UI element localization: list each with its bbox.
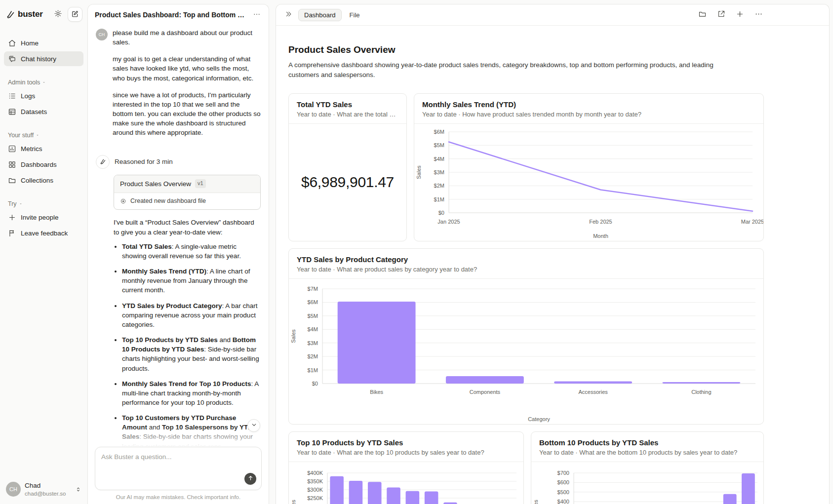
card-title: YTD Sales by Product Category bbox=[297, 255, 755, 264]
svg-text:Components: Components bbox=[470, 389, 501, 395]
svg-text:$500: $500 bbox=[557, 489, 569, 495]
sidebar-spacer bbox=[0, 240, 87, 476]
user-email: chad@buster.so bbox=[25, 490, 66, 497]
sidebar-item-label: Chat history bbox=[21, 55, 56, 63]
share-button[interactable] bbox=[717, 10, 725, 20]
ellipsis-icon bbox=[253, 10, 261, 20]
metric-card-total-ytd-sales[interactable]: Total YTD Sales Year to date · What are … bbox=[288, 93, 407, 241]
svg-text:Sales: Sales bbox=[290, 329, 296, 343]
svg-text:$700: $700 bbox=[557, 470, 569, 476]
chart-card-monthly-trend[interactable]: Monthly Sales Trend (YTD) Year to date ·… bbox=[414, 93, 764, 241]
settings-button[interactable] bbox=[52, 8, 64, 20]
card-subtitle: Year to date · What are the bottom 10 pr… bbox=[539, 449, 755, 456]
chart-card-category[interactable]: YTD Sales by Product Category Year to da… bbox=[288, 248, 764, 425]
card-title: Monthly Sales Trend (YTD) bbox=[422, 100, 755, 109]
reasoning-row[interactable]: Reasoned for 3 min bbox=[96, 155, 261, 169]
brand-name: buster bbox=[18, 9, 43, 19]
sidebar-item-collections[interactable]: Collections bbox=[4, 173, 83, 188]
chat-menu-button[interactable] bbox=[252, 9, 262, 21]
send-button[interactable] bbox=[244, 473, 256, 485]
chat-input-card bbox=[95, 447, 262, 490]
more-options-button[interactable] bbox=[754, 10, 763, 20]
user-menu[interactable]: CH Chad chad@buster.so bbox=[0, 476, 87, 504]
card-header: Total YTD Sales Year to date · What are … bbox=[289, 94, 406, 124]
svg-text:$2M: $2M bbox=[434, 183, 444, 189]
svg-text:$6M: $6M bbox=[434, 129, 444, 135]
svg-text:$1M: $1M bbox=[308, 367, 318, 373]
sidebar-item-datasets[interactable]: Datasets bbox=[4, 104, 83, 119]
card-subtitle: Year to date · How have product sales tr… bbox=[422, 111, 755, 118]
message-paragraph: my goal is to get a clear understanding … bbox=[113, 54, 261, 82]
sidebar-item-home[interactable]: Home bbox=[4, 36, 83, 50]
top10-chart: $0$50K$100K$150K$200K$250K$300K$350K$400… bbox=[289, 462, 523, 504]
svg-text:Bikes: Bikes bbox=[370, 389, 383, 395]
new-chat-icon bbox=[71, 10, 79, 19]
svg-text:$3M: $3M bbox=[308, 340, 318, 346]
svg-text:$0: $0 bbox=[438, 210, 444, 216]
folder-button[interactable] bbox=[698, 10, 707, 20]
svg-text:Sales: Sales bbox=[290, 499, 296, 504]
message-paragraph: since we have a lot of products, I'm par… bbox=[113, 90, 261, 138]
app-root: buster Home bbox=[0, 0, 833, 504]
svg-text:$5M: $5M bbox=[434, 142, 444, 148]
sidebar-section-try: Try Invite people Leave feedback bbox=[0, 200, 87, 240]
user-message: CH please build me a dashboard about our… bbox=[96, 28, 261, 145]
svg-text:$300K: $300K bbox=[307, 487, 323, 493]
section-items: Metrics Dashboards Collections bbox=[0, 141, 87, 188]
sidebar-item-chat-history[interactable]: Chat history bbox=[4, 51, 83, 66]
section-header[interactable]: Try bbox=[0, 200, 87, 207]
card-title: Bottom 10 Products by YTD Sales bbox=[539, 438, 755, 447]
chart-card-top10[interactable]: Top 10 Products by YTD Sales Year to dat… bbox=[288, 431, 524, 504]
buster-logo-icon bbox=[96, 155, 110, 169]
double-chevron-right-icon bbox=[285, 10, 292, 19]
sidebar-item-label: Invite people bbox=[21, 214, 59, 221]
section-header[interactable]: Admin tools bbox=[0, 79, 87, 86]
brand[interactable]: buster bbox=[6, 9, 48, 19]
card-title: Total YTD Sales bbox=[297, 100, 398, 109]
svg-text:Jan 2025: Jan 2025 bbox=[437, 219, 460, 225]
chat-history-icon bbox=[8, 55, 16, 63]
section-items: Logs Datasets bbox=[0, 88, 87, 119]
sidebar-item-label: Leave feedback bbox=[21, 230, 68, 237]
dashboard-file-card[interactable]: Product Sales Overview v1 Created new da… bbox=[114, 175, 261, 210]
chat-input[interactable] bbox=[95, 447, 261, 476]
gear-icon bbox=[54, 9, 62, 19]
user-name: Chad bbox=[25, 482, 66, 490]
sidebar-item-logs[interactable]: Logs bbox=[4, 88, 83, 103]
svg-text:$1M: $1M bbox=[434, 196, 444, 202]
card-header: Monthly Sales Trend (YTD) Year to date ·… bbox=[414, 94, 763, 124]
sidebar-item-metrics[interactable]: Metrics bbox=[4, 141, 83, 156]
message-paragraph: please build me a dashboard about our pr… bbox=[113, 28, 261, 47]
metric-value: $6,989,901.47 bbox=[289, 124, 406, 241]
logs-icon bbox=[8, 92, 16, 100]
svg-text:Accessories: Accessories bbox=[578, 389, 608, 395]
header-actions bbox=[698, 10, 763, 20]
tab-dashboard[interactable]: Dashboard bbox=[298, 9, 342, 21]
collections-icon bbox=[8, 176, 16, 185]
card-subtitle: Year to date · What are product sales by… bbox=[297, 266, 755, 273]
collapse-panel-button[interactable] bbox=[284, 9, 293, 20]
chat-bullet: Monthly Sales Trend for Top 10 Products:… bbox=[122, 379, 261, 407]
sidebar-item-label: Collections bbox=[21, 177, 53, 184]
new-chat-button[interactable] bbox=[68, 7, 82, 22]
svg-text:Category: Category bbox=[528, 416, 550, 422]
bottom10-chart: $0$100$200$300$400$500$600$700Sales bbox=[531, 462, 763, 504]
sidebar-item-leave-feedback[interactable]: Leave feedback bbox=[4, 226, 83, 240]
sidebar-item-dashboards[interactable]: Dashboards bbox=[4, 157, 83, 172]
svg-text:Sales: Sales bbox=[533, 499, 539, 504]
page-description: A comprehensive dashboard showing year-t… bbox=[288, 60, 735, 80]
card-subtitle: Year to date · What are the top 10 produ… bbox=[297, 449, 516, 456]
section-label: Your stuff bbox=[8, 132, 34, 139]
ellipsis-icon bbox=[754, 10, 763, 20]
scroll-to-bottom-button[interactable] bbox=[247, 419, 260, 432]
monthly-trend-chart: $0$1M$2M$3M$4M$5M$6MJan 2025Feb 2025Mar … bbox=[414, 124, 763, 241]
tab-file[interactable]: File bbox=[347, 9, 363, 21]
svg-text:Mar 2025: Mar 2025 bbox=[741, 219, 763, 225]
dashboard-row-2: YTD Sales by Product Category Year to da… bbox=[288, 248, 764, 425]
sidebar-item-invite-people[interactable]: Invite people bbox=[4, 210, 83, 225]
section-header[interactable]: Your stuff bbox=[0, 132, 87, 139]
chart-card-bottom10[interactable]: Bottom 10 Products by YTD Sales Year to … bbox=[531, 431, 764, 504]
ai-disclaimer: Our AI may make mistakes. Check importan… bbox=[95, 494, 262, 500]
svg-text:Sales: Sales bbox=[416, 165, 422, 179]
add-button[interactable] bbox=[736, 10, 744, 20]
